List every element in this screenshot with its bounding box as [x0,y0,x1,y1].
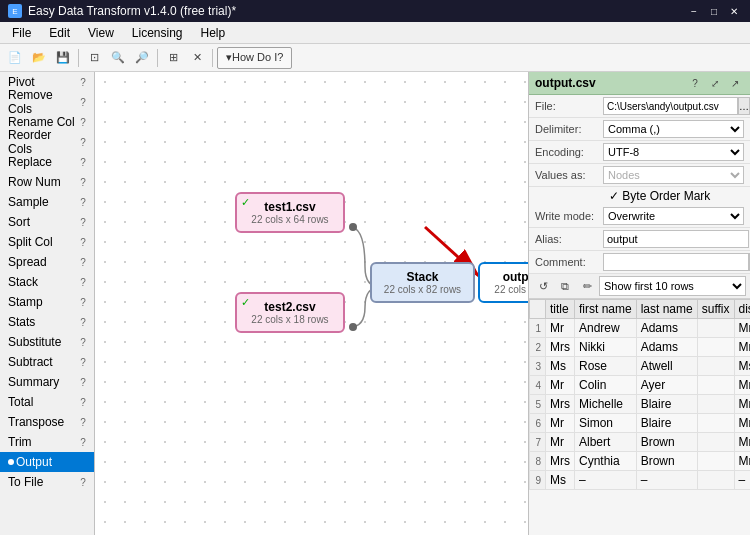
rp-values-label: Values as: [535,169,603,181]
menu-bar: File Edit View Licensing Help [0,22,750,44]
sidebar-item-replace[interactable]: Replace ? [0,152,94,172]
rp-values-select[interactable]: Nodes [603,166,744,184]
menu-file[interactable]: File [4,24,39,42]
node-stack[interactable]: Stack 22 cols x 82 rows [370,262,475,303]
rp-delimiter-select[interactable]: Comma (,) [603,120,744,138]
sidebar-item-summary[interactable]: Summary ? [0,372,94,392]
zoom-out-button[interactable]: 🔎 [131,47,153,69]
sidebar-help-icon: ? [76,157,90,168]
menu-view[interactable]: View [80,24,122,42]
sidebar-help-icon: ? [76,217,90,228]
sidebar-help-icon: ? [76,357,90,368]
new-button[interactable]: 📄 [4,47,26,69]
rp-file-browse-button[interactable]: … [738,97,750,115]
sidebar-item-output[interactable]: Output [0,452,94,472]
table-cell: Mrs Mich [734,395,750,414]
sidebar-item-transpose[interactable]: Transpose ? [0,412,94,432]
rp-alias-label: Alias: [535,233,603,245]
main-layout: Pivot ? Remove Cols ? Rename Col ? Reord… [0,72,750,535]
open-button[interactable]: 📂 [28,47,50,69]
rp-alias-input[interactable] [603,230,749,248]
table-cell: Ms [546,357,575,376]
how-do-i-button[interactable]: ▾How Do I? [217,47,292,69]
check-icon: ✓ [241,296,250,309]
node-test2[interactable]: ✓ test2.csv 22 cols x 18 rows [235,292,345,333]
table-row: 8MrsCynthiaBrownMrs Cynt [530,452,751,471]
rp-detach-button[interactable]: ↗ [726,75,744,91]
sidebar-help-icon: ? [76,137,90,148]
zoom-fit-button[interactable]: ⊡ [83,47,105,69]
grid-button[interactable]: ⊞ [162,47,184,69]
node-test2-subtitle: 22 cols x 18 rows [247,314,333,325]
sidebar-item-stack[interactable]: Stack ? [0,272,94,292]
table-cell: Mrs Cynt [734,452,750,471]
sidebar-item-sort[interactable]: Sort ? [0,212,94,232]
minimize-button[interactable]: − [686,4,702,18]
table-cell: Brown [636,433,697,452]
col-header-lastname: last name [636,300,697,319]
data-table-wrapper: title first name last name suffix displa… [529,299,750,535]
active-indicator [8,459,14,465]
node-test1[interactable]: ✓ test1.csv 22 cols x 64 rows [235,192,345,233]
table-cell: – [734,471,750,490]
menu-licensing[interactable]: Licensing [124,24,191,42]
table-cell [697,319,734,338]
close-button[interactable]: ✕ [726,4,742,18]
node-test2-title: test2.csv [247,300,333,314]
rp-help-button[interactable]: ? [686,75,704,91]
sidebar: Pivot ? Remove Cols ? Rename Col ? Reord… [0,72,95,535]
sidebar-item-subtract[interactable]: Subtract ? [0,352,94,372]
col-header-firstname: first name [575,300,637,319]
sidebar-item-stamp[interactable]: Stamp ? [0,292,94,312]
table-cell: Ms [546,471,575,490]
sidebar-item-total[interactable]: Total ? [0,392,94,412]
sidebar-item-sample[interactable]: Sample ? [0,192,94,212]
table-cell [697,395,734,414]
rp-copy-button[interactable]: ⧉ [555,276,575,296]
sidebar-item-spread[interactable]: Spread ? [0,252,94,272]
save-button[interactable]: 💾 [52,47,74,69]
col-header-rownum [530,300,546,319]
rp-comment-input[interactable] [603,253,749,271]
sidebar-help-icon: ? [76,397,90,408]
cell-rownum: 5 [530,395,546,414]
sidebar-item-remove-cols[interactable]: Remove Cols ? [0,92,94,112]
table-cell: Brown [636,452,697,471]
close-item-button[interactable]: ✕ [186,47,208,69]
col-header-suffix: suffix [697,300,734,319]
rp-file-input[interactable] [603,97,738,115]
rp-show-rows-select[interactable]: Show first 10 rows [599,276,746,296]
rp-refresh-button[interactable]: ↺ [533,276,553,296]
cell-rownum: 9 [530,471,546,490]
rp-write-mode-select[interactable]: Overwrite [603,207,744,225]
node-output[interactable]: output.csv 22 cols x 82 rows [478,262,528,303]
table-row: 2MrsNikkiAdamsMrs Nikk [530,338,751,357]
sidebar-item-row-num[interactable]: Row Num ? [0,172,94,192]
table-cell: Adams [636,338,697,357]
table-cell: Mr Alber [734,433,750,452]
table-cell: Mrs [546,338,575,357]
sidebar-item-reorder-cols[interactable]: Reorder Cols ? [0,132,94,152]
table-cell: Albert [575,433,637,452]
table-cell: Mr Andre [734,319,750,338]
menu-edit[interactable]: Edit [41,24,78,42]
toolbar: 📄 📂 💾 ⊡ 🔍 🔎 ⊞ ✕ ▾How Do I? [0,44,750,72]
table-cell: Mr Colin [734,376,750,395]
sidebar-help-icon: ? [76,437,90,448]
maximize-button[interactable]: □ [706,4,722,18]
sidebar-item-stats[interactable]: Stats ? [0,312,94,332]
sidebar-item-trim[interactable]: Trim ? [0,432,94,452]
check-icon: ✓ [241,196,250,209]
rp-comment-row: Comment: … [529,251,750,274]
zoom-in-button[interactable]: 🔍 [107,47,129,69]
sidebar-item-substitute[interactable]: Substitute ? [0,332,94,352]
sidebar-item-to-file[interactable]: To File ? [0,472,94,492]
sidebar-item-split-col[interactable]: Split Col ? [0,232,94,252]
node-stack-title: Stack [382,270,463,284]
rp-expand-button[interactable]: ⤢ [706,75,724,91]
menu-help[interactable]: Help [193,24,234,42]
right-panel: output.csv ? ⤢ ↗ File: … Delimiter: Comm… [528,72,750,535]
canvas-area[interactable]: ✓ test1.csv 22 cols x 64 rows ✓ test2.cs… [95,72,528,535]
rp-edit-button[interactable]: ✏ [577,276,597,296]
rp-encoding-select[interactable]: UTF-8 [603,143,744,161]
